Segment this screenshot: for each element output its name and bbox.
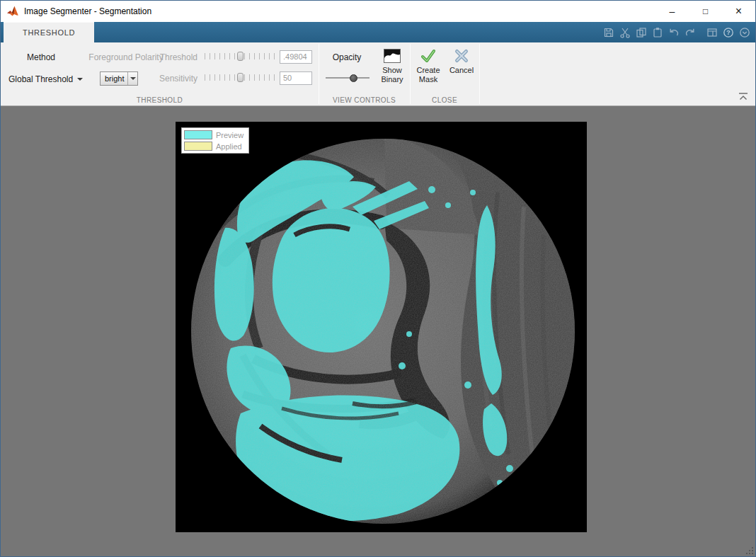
opacity-slider-thumb[interactable] bbox=[350, 74, 357, 82]
mri-image: Preview Applied bbox=[176, 122, 587, 532]
layout-icon[interactable] bbox=[706, 27, 718, 38]
legend-row-applied: Applied bbox=[184, 142, 244, 151]
copy-icon[interactable] bbox=[636, 27, 647, 38]
minimize-button[interactable]: – bbox=[655, 1, 689, 22]
cancel-button[interactable]: Cancel bbox=[445, 45, 478, 91]
viewer-canvas: Preview Applied bbox=[1, 106, 755, 556]
foreground-polarity-value: bright bbox=[101, 74, 127, 83]
matlab-logo-icon bbox=[6, 6, 19, 17]
tab-threshold[interactable]: THRESHOLD bbox=[4, 22, 94, 42]
cancel-x-icon bbox=[454, 47, 469, 64]
view-controls-section-caption: VIEW CONTROLS bbox=[319, 96, 410, 104]
threshold-slider[interactable] bbox=[205, 51, 277, 62]
expand-icon[interactable] bbox=[739, 27, 750, 38]
threshold-ribbon: Method Global Threshold Foreground Polar… bbox=[1, 42, 755, 106]
close-button[interactable]: × bbox=[722, 1, 755, 22]
sensitivity-slider[interactable] bbox=[205, 72, 277, 83]
cancel-label: Cancel bbox=[449, 66, 474, 75]
help-icon[interactable]: ? bbox=[723, 27, 734, 38]
threshold-section-caption: THRESHOLD bbox=[1, 96, 319, 104]
titlebar: Image Segmenter - Segmentation – □ × bbox=[1, 1, 755, 22]
applied-legend-label: Applied bbox=[216, 142, 242, 151]
chevron-down-icon bbox=[77, 78, 83, 81]
sensitivity-value-field[interactable]: 50 bbox=[280, 71, 312, 85]
collapse-ribbon-icon[interactable] bbox=[738, 92, 749, 102]
overlay-legend: Preview Applied bbox=[181, 127, 249, 154]
show-binary-label: Show Binary bbox=[374, 66, 410, 84]
save-icon[interactable] bbox=[603, 27, 614, 38]
opacity-label: Opacity bbox=[326, 52, 368, 62]
mri-knee-segmentation-preview bbox=[176, 122, 587, 532]
binary-image-icon bbox=[384, 47, 401, 64]
opacity-slider[interactable] bbox=[326, 74, 370, 83]
preview-legend-label: Preview bbox=[216, 131, 244, 139]
maximize-button[interactable]: □ bbox=[689, 1, 722, 22]
green-check-icon bbox=[420, 47, 436, 64]
applied-color-swatch bbox=[184, 142, 212, 151]
close-section-caption: CLOSE bbox=[410, 96, 479, 104]
tab-bar: THRESHOLD bbox=[1, 22, 755, 42]
window-title: Image Segmenter - Segmentation bbox=[24, 6, 151, 16]
method-label: Method bbox=[13, 52, 69, 62]
resize-grip-icon[interactable] bbox=[745, 546, 754, 555]
preview-color-swatch bbox=[184, 130, 212, 139]
sensitivity-slider-thumb[interactable] bbox=[237, 73, 244, 82]
method-dropdown[interactable]: Global Threshold bbox=[5, 72, 86, 86]
create-mask-button[interactable]: Create Mask bbox=[411, 45, 445, 91]
image-segmenter-window: Image Segmenter - Segmentation – □ × THR… bbox=[0, 0, 756, 557]
redo-icon[interactable] bbox=[685, 27, 696, 38]
threshold-label: Threshold bbox=[139, 52, 197, 62]
chevron-down-icon bbox=[127, 72, 137, 85]
create-mask-label: Create Mask bbox=[411, 66, 445, 84]
undo-icon[interactable] bbox=[668, 27, 680, 38]
cut-icon[interactable] bbox=[619, 27, 631, 38]
svg-text:?: ? bbox=[726, 29, 731, 36]
sensitivity-label: Sensitivity bbox=[139, 74, 197, 84]
foreground-polarity-select[interactable]: bright bbox=[100, 71, 138, 86]
quick-access-toolbar: ? bbox=[603, 22, 750, 42]
threshold-value-field[interactable]: .49804 bbox=[280, 50, 312, 64]
paste-icon[interactable] bbox=[652, 27, 663, 38]
show-binary-button[interactable]: Show Binary bbox=[374, 45, 410, 91]
method-dropdown-value: Global Threshold bbox=[8, 74, 73, 84]
threshold-slider-thumb[interactable] bbox=[237, 52, 244, 61]
legend-row-preview: Preview bbox=[184, 130, 244, 139]
